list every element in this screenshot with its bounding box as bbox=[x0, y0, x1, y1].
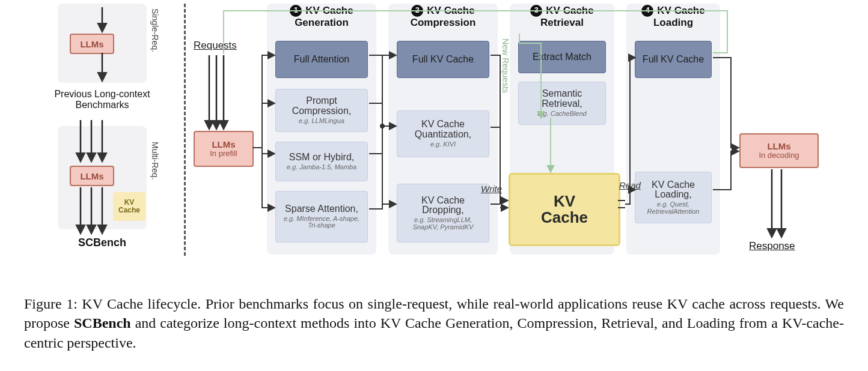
label-write: Write bbox=[481, 184, 502, 194]
method-title: Sparse Attention, bbox=[285, 204, 358, 214]
prefill-line1: LLMs bbox=[210, 140, 237, 150]
llms-in-decoding-box: LLMs In decoding bbox=[739, 133, 819, 168]
vertical-divider bbox=[184, 4, 186, 256]
method-box: Full KV Cache bbox=[635, 41, 712, 78]
llms-label: LLMs bbox=[80, 39, 103, 49]
stage3-title: KV Cache Retrieval bbox=[540, 5, 594, 28]
stage3-number: 3 bbox=[530, 5, 542, 17]
kvcache-line1: KV bbox=[541, 193, 588, 210]
panel-single-request: LLMs bbox=[58, 4, 147, 83]
prefill-line2: In prefill bbox=[210, 149, 237, 158]
label-read: Read bbox=[619, 180, 641, 190]
label-response: Response bbox=[749, 240, 795, 252]
method-title: KV Cache Loading, bbox=[639, 180, 708, 201]
kv-cache-mini-label: KV Cache bbox=[113, 199, 145, 214]
method-title: Semantic Retrieval, bbox=[522, 89, 602, 109]
kv-cache-store: KV Cache bbox=[509, 173, 620, 246]
method-box: Semantic Retrieval,e.g. CacheBlend bbox=[518, 82, 606, 125]
method-title: SSM or Hybird, bbox=[289, 152, 354, 163]
method-box: Prompt Compression,e.g. LLMLingua bbox=[275, 89, 368, 132]
stage1-number: 1 bbox=[290, 5, 302, 17]
stage-kv-compression: 2KV Cache Compression Full KV CacheKV Ca… bbox=[388, 4, 498, 255]
stage3-header: 3KV Cache Retrieval bbox=[510, 5, 614, 29]
method-subtitle: e.g. Jamba-1.5, Mamba bbox=[287, 164, 356, 171]
method-box: Full KV Cache bbox=[397, 41, 489, 78]
llms-box-multi: LLMs bbox=[70, 166, 114, 186]
method-title: Full KV Cache bbox=[412, 55, 474, 65]
stage4-number: 4 bbox=[641, 5, 653, 17]
kv-cache-lifecycle-diagram: LLMs Single-Req. Previous Long-context B… bbox=[24, 0, 844, 288]
label-prev-benchmarks: Previous Long-context Benchmarks bbox=[47, 89, 157, 110]
caption-bold: SCBench bbox=[74, 315, 131, 331]
llms-label: LLMs bbox=[80, 171, 103, 181]
label-requests: Requests bbox=[194, 40, 237, 52]
method-subtitle: e.g. CacheBlend bbox=[537, 110, 586, 118]
method-subtitle: e.g. KIVI bbox=[430, 141, 456, 148]
method-subtitle: e.g. MInference, A-shape, Tri-shape bbox=[280, 216, 364, 229]
method-box: Sparse Attention,e.g. MInference, A-shap… bbox=[275, 191, 368, 243]
method-subtitle: e.g. Quest, RetrievalAttention bbox=[639, 201, 708, 215]
kv-cache-mini: KV Cache bbox=[113, 192, 145, 221]
stage2-number: 2 bbox=[411, 5, 423, 17]
stage2-header: 2KV Cache Compression bbox=[388, 5, 498, 29]
stage1-title: KV Cache Generation bbox=[295, 5, 353, 28]
method-box: KV Cache Dropping,e.g. StreamingLLM, Sna… bbox=[397, 184, 489, 243]
decoding-line2: In decoding bbox=[759, 151, 799, 160]
label-single-req: Single-Req. bbox=[150, 8, 160, 52]
stage-kv-loading: 4KV Cache Loading Full KV CacheKV Cache … bbox=[626, 4, 720, 255]
stage1-header: 1KV Cache Generation bbox=[267, 5, 376, 29]
panel-multi-request: LLMs KV Cache bbox=[58, 126, 147, 229]
kvcache-line2: Cache bbox=[541, 210, 588, 226]
decoding-line1: LLMs bbox=[759, 142, 799, 152]
figure-caption: Figure 1: KV Cache lifecycle. Prior benc… bbox=[24, 294, 844, 352]
stage4-title: KV Cache Loading bbox=[653, 5, 705, 28]
method-title: KV Cache Quantization, bbox=[401, 119, 485, 140]
method-box: SSM or Hybird,e.g. Jamba-1.5, Mamba bbox=[275, 142, 368, 181]
label-scbench: SCBench bbox=[47, 237, 157, 249]
method-title: Full Attention bbox=[294, 55, 350, 65]
method-box: Extract Match bbox=[518, 41, 606, 73]
method-subtitle: e.g. StreamingLLM, SnapKV, PyramidKV bbox=[401, 217, 485, 231]
method-title: KV Cache Dropping, bbox=[401, 196, 485, 216]
method-box: KV Cache Quantization,e.g. KIVI bbox=[397, 110, 489, 157]
method-subtitle: e.g. LLMLingua bbox=[299, 118, 344, 125]
method-box: KV Cache Loading,e.g. Quest, RetrievalAt… bbox=[635, 172, 712, 223]
method-box: Full Attention bbox=[275, 41, 368, 78]
svg-point-11 bbox=[381, 124, 384, 128]
caption-suffix: and categorize long-context methods into… bbox=[24, 315, 844, 350]
method-title: Extract Match bbox=[533, 52, 591, 62]
llms-in-prefill-box: LLMs In prefill bbox=[194, 131, 254, 167]
stage-kv-generation: 1KV Cache Generation Full AttentionPromp… bbox=[267, 4, 376, 255]
method-title: Prompt Compression, bbox=[280, 96, 364, 116]
stage4-header: 4KV Cache Loading bbox=[626, 5, 720, 29]
method-title: Full KV Cache bbox=[643, 55, 704, 65]
label-multi-req: Multi-Req. bbox=[150, 142, 160, 180]
llms-box-single: LLMs bbox=[70, 34, 114, 54]
label-new-requests: New Requests bbox=[501, 38, 510, 93]
